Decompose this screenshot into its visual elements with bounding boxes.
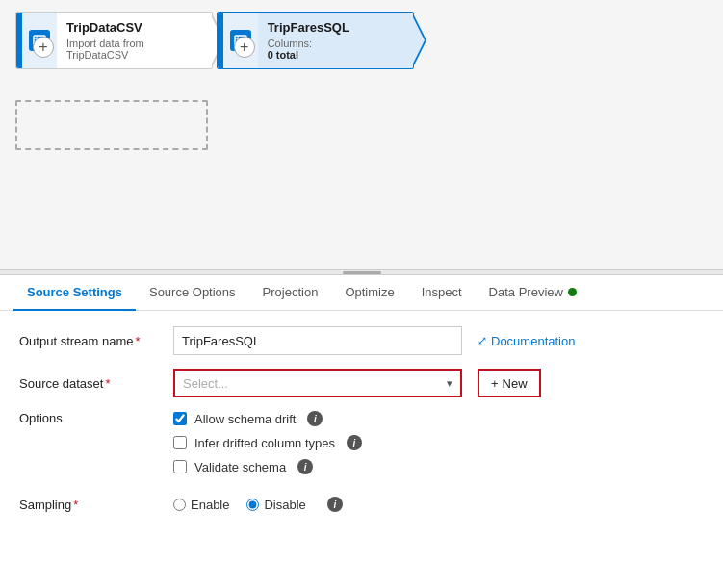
source-dataset-select-wrapper[interactable]: Select... ▾	[173, 369, 462, 397]
infer-drifted-info-icon[interactable]: i	[347, 435, 362, 450]
resize-bar	[343, 271, 381, 274]
doc-action: ⤢ Documentation	[478, 334, 575, 348]
output-stream-label: Output stream name*	[19, 334, 173, 348]
canvas-area: TripDataCSV Import data from TripDataCSV…	[0, 0, 723, 269]
options-row: Options Allow schema drift i Infer drift…	[19, 411, 704, 483]
options-checkboxes: Allow schema drift i Infer drifted colum…	[173, 411, 362, 483]
tab-inspect[interactable]: Inspect	[408, 275, 476, 311]
allow-schema-drift-label: Allow schema drift	[194, 412, 296, 426]
checkbox-row-infer-drifted: Infer drifted column types i	[173, 435, 362, 450]
source-dataset-select[interactable]: Select...	[175, 371, 447, 396]
bottom-panel: Source Settings Source Options Projectio…	[0, 275, 723, 527]
infer-drifted-checkbox[interactable]	[173, 436, 187, 449]
node-title-tripdatacsv: TripDataCSV	[66, 20, 202, 35]
tab-data-preview[interactable]: Data Preview	[476, 275, 590, 311]
checkbox-row-allow-schema-drift: Allow schema drift i	[173, 411, 362, 426]
add-node-btn-2[interactable]: +	[234, 37, 255, 58]
sampling-disable-option: Disable	[246, 498, 305, 512]
output-stream-row: Output stream name* ⤢ Documentation	[19, 326, 704, 355]
empty-node-slot	[15, 100, 208, 150]
tab-projection[interactable]: Projection	[249, 275, 332, 311]
add-node-btn-1[interactable]: +	[33, 37, 54, 58]
sampling-enable-option: Enable	[173, 498, 229, 512]
tab-source-options[interactable]: Source Options	[136, 275, 249, 311]
new-action: + New	[478, 369, 541, 397]
sampling-enable-radio[interactable]	[173, 499, 186, 511]
node-content-tripdatacsv: TripDataCSV Import data from TripDataCSV	[57, 13, 212, 68]
node-title-tripfaressql: TripFaresSQL	[268, 20, 403, 35]
data-preview-status-dot	[568, 288, 577, 296]
sampling-enable-label: Enable	[191, 498, 229, 512]
external-link-icon: ⤢	[478, 334, 487, 347]
tab-source-settings[interactable]: Source Settings	[13, 275, 136, 311]
tab-optimize[interactable]: Optimize	[331, 275, 407, 311]
node-subtitle-tripdatacsv: Import data from TripDataCSV	[66, 38, 202, 61]
allow-schema-drift-checkbox[interactable]	[173, 412, 187, 425]
sampling-info-icon[interactable]: i	[327, 497, 343, 512]
validate-schema-checkbox[interactable]	[173, 460, 187, 473]
tabs-row: Source Settings Source Options Projectio…	[0, 275, 723, 311]
validate-schema-label: Validate schema	[194, 460, 286, 474]
validate-schema-info-icon[interactable]: i	[297, 459, 313, 474]
sampling-row: Sampling* Enable Disable i	[19, 497, 704, 512]
node-columns-label: Columns: 0 total	[268, 38, 403, 61]
new-dataset-button[interactable]: + New	[478, 369, 541, 397]
output-stream-input[interactable]	[173, 326, 462, 355]
panel-content: Output stream name* ⤢ Documentation Sour…	[0, 311, 723, 527]
node-wrapper-tripdatacsv: TripDataCSV Import data from TripDataCSV…	[15, 12, 213, 83]
node-arrow-inner-tripfaressql	[412, 15, 425, 65]
dropdown-arrow-icon: ▾	[447, 377, 460, 390]
options-label: Options	[19, 411, 173, 425]
source-dataset-label: Source dataset*	[19, 376, 173, 391]
allow-schema-drift-info-icon[interactable]: i	[307, 411, 323, 426]
output-stream-control	[173, 326, 462, 355]
node-content-tripfaressql: TripFaresSQL Columns: 0 total	[258, 13, 413, 68]
plus-icon: +	[491, 376, 499, 391]
checkbox-row-validate-schema: Validate schema i	[173, 459, 362, 474]
sampling-radio-group: Enable Disable i	[173, 497, 343, 512]
infer-drifted-label: Infer drifted column types	[194, 436, 335, 450]
source-dataset-control: Select... ▾	[173, 369, 462, 397]
documentation-link[interactable]: ⤢ Documentation	[478, 334, 575, 348]
node-wrapper-tripfaressql: TripFaresSQL Columns: 0 total +	[217, 12, 414, 83]
source-dataset-row: Source dataset* Select... ▾ + New	[19, 369, 704, 397]
sampling-disable-radio[interactable]	[246, 499, 259, 511]
sampling-disable-label: Disable	[264, 498, 305, 512]
sampling-label: Sampling*	[19, 498, 173, 512]
